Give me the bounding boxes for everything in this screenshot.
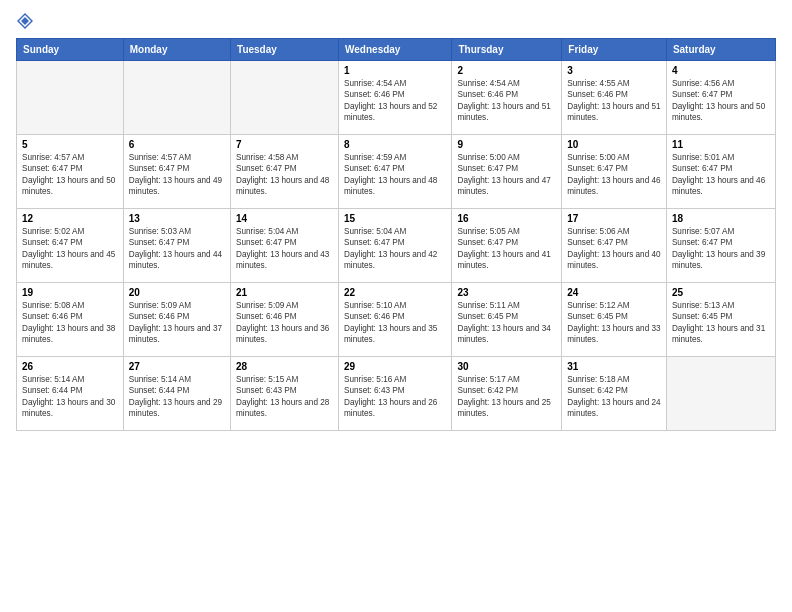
day-number: 9 <box>457 139 556 150</box>
week-row-2: 12Sunrise: 5:02 AMSunset: 6:47 PMDayligh… <box>17 209 776 283</box>
day-info: Sunrise: 5:04 AMSunset: 6:47 PMDaylight:… <box>236 226 333 272</box>
day-info: Sunrise: 5:09 AMSunset: 6:46 PMDaylight:… <box>129 300 225 346</box>
day-number: 18 <box>672 213 770 224</box>
cal-cell <box>666 357 775 431</box>
cal-cell: 1Sunrise: 4:54 AMSunset: 6:46 PMDaylight… <box>339 61 452 135</box>
day-info: Sunrise: 5:00 AMSunset: 6:47 PMDaylight:… <box>567 152 661 198</box>
cal-cell <box>17 61 124 135</box>
day-info: Sunrise: 5:09 AMSunset: 6:46 PMDaylight:… <box>236 300 333 346</box>
cal-cell: 21Sunrise: 5:09 AMSunset: 6:46 PMDayligh… <box>231 283 339 357</box>
cal-cell: 2Sunrise: 4:54 AMSunset: 6:46 PMDaylight… <box>452 61 562 135</box>
cal-cell <box>123 61 230 135</box>
cal-cell: 13Sunrise: 5:03 AMSunset: 6:47 PMDayligh… <box>123 209 230 283</box>
header-saturday: Saturday <box>666 39 775 61</box>
day-number: 7 <box>236 139 333 150</box>
cal-cell: 27Sunrise: 5:14 AMSunset: 6:44 PMDayligh… <box>123 357 230 431</box>
day-number: 20 <box>129 287 225 298</box>
day-number: 8 <box>344 139 446 150</box>
day-info: Sunrise: 5:11 AMSunset: 6:45 PMDaylight:… <box>457 300 556 346</box>
cal-cell: 16Sunrise: 5:05 AMSunset: 6:47 PMDayligh… <box>452 209 562 283</box>
cal-cell: 10Sunrise: 5:00 AMSunset: 6:47 PMDayligh… <box>562 135 667 209</box>
day-info: Sunrise: 5:10 AMSunset: 6:46 PMDaylight:… <box>344 300 446 346</box>
day-number: 27 <box>129 361 225 372</box>
day-info: Sunrise: 4:57 AMSunset: 6:47 PMDaylight:… <box>22 152 118 198</box>
cal-cell: 8Sunrise: 4:59 AMSunset: 6:47 PMDaylight… <box>339 135 452 209</box>
day-number: 11 <box>672 139 770 150</box>
day-info: Sunrise: 4:57 AMSunset: 6:47 PMDaylight:… <box>129 152 225 198</box>
day-number: 22 <box>344 287 446 298</box>
day-info: Sunrise: 5:02 AMSunset: 6:47 PMDaylight:… <box>22 226 118 272</box>
day-number: 30 <box>457 361 556 372</box>
header <box>16 12 776 30</box>
cal-cell: 23Sunrise: 5:11 AMSunset: 6:45 PMDayligh… <box>452 283 562 357</box>
header-monday: Monday <box>123 39 230 61</box>
day-number: 6 <box>129 139 225 150</box>
cal-cell: 11Sunrise: 5:01 AMSunset: 6:47 PMDayligh… <box>666 135 775 209</box>
cal-cell: 17Sunrise: 5:06 AMSunset: 6:47 PMDayligh… <box>562 209 667 283</box>
cal-cell: 4Sunrise: 4:56 AMSunset: 6:47 PMDaylight… <box>666 61 775 135</box>
day-info: Sunrise: 5:05 AMSunset: 6:47 PMDaylight:… <box>457 226 556 272</box>
day-info: Sunrise: 5:15 AMSunset: 6:43 PMDaylight:… <box>236 374 333 420</box>
day-info: Sunrise: 4:58 AMSunset: 6:47 PMDaylight:… <box>236 152 333 198</box>
cal-cell: 5Sunrise: 4:57 AMSunset: 6:47 PMDaylight… <box>17 135 124 209</box>
day-number: 15 <box>344 213 446 224</box>
day-info: Sunrise: 5:14 AMSunset: 6:44 PMDaylight:… <box>22 374 118 420</box>
day-number: 26 <box>22 361 118 372</box>
day-number: 1 <box>344 65 446 76</box>
cal-cell: 28Sunrise: 5:15 AMSunset: 6:43 PMDayligh… <box>231 357 339 431</box>
day-number: 3 <box>567 65 661 76</box>
logo-icon <box>16 12 34 30</box>
cal-cell: 29Sunrise: 5:16 AMSunset: 6:43 PMDayligh… <box>339 357 452 431</box>
day-number: 16 <box>457 213 556 224</box>
header-tuesday: Tuesday <box>231 39 339 61</box>
logo <box>16 12 38 30</box>
cal-cell: 24Sunrise: 5:12 AMSunset: 6:45 PMDayligh… <box>562 283 667 357</box>
cal-cell: 30Sunrise: 5:17 AMSunset: 6:42 PMDayligh… <box>452 357 562 431</box>
day-number: 13 <box>129 213 225 224</box>
header-sunday: Sunday <box>17 39 124 61</box>
cal-cell <box>231 61 339 135</box>
day-info: Sunrise: 5:16 AMSunset: 6:43 PMDaylight:… <box>344 374 446 420</box>
cal-cell: 19Sunrise: 5:08 AMSunset: 6:46 PMDayligh… <box>17 283 124 357</box>
cal-cell: 15Sunrise: 5:04 AMSunset: 6:47 PMDayligh… <box>339 209 452 283</box>
day-info: Sunrise: 4:59 AMSunset: 6:47 PMDaylight:… <box>344 152 446 198</box>
day-info: Sunrise: 5:03 AMSunset: 6:47 PMDaylight:… <box>129 226 225 272</box>
header-wednesday: Wednesday <box>339 39 452 61</box>
day-number: 2 <box>457 65 556 76</box>
day-number: 4 <box>672 65 770 76</box>
cal-cell: 20Sunrise: 5:09 AMSunset: 6:46 PMDayligh… <box>123 283 230 357</box>
day-info: Sunrise: 4:54 AMSunset: 6:46 PMDaylight:… <box>344 78 446 124</box>
cal-cell: 14Sunrise: 5:04 AMSunset: 6:47 PMDayligh… <box>231 209 339 283</box>
day-number: 23 <box>457 287 556 298</box>
day-info: Sunrise: 5:06 AMSunset: 6:47 PMDaylight:… <box>567 226 661 272</box>
day-number: 12 <box>22 213 118 224</box>
calendar-table: SundayMondayTuesdayWednesdayThursdayFrid… <box>16 38 776 431</box>
cal-cell: 9Sunrise: 5:00 AMSunset: 6:47 PMDaylight… <box>452 135 562 209</box>
day-info: Sunrise: 5:01 AMSunset: 6:47 PMDaylight:… <box>672 152 770 198</box>
cal-cell: 25Sunrise: 5:13 AMSunset: 6:45 PMDayligh… <box>666 283 775 357</box>
day-info: Sunrise: 5:00 AMSunset: 6:47 PMDaylight:… <box>457 152 556 198</box>
day-info: Sunrise: 5:14 AMSunset: 6:44 PMDaylight:… <box>129 374 225 420</box>
cal-cell: 3Sunrise: 4:55 AMSunset: 6:46 PMDaylight… <box>562 61 667 135</box>
day-number: 19 <box>22 287 118 298</box>
cal-cell: 18Sunrise: 5:07 AMSunset: 6:47 PMDayligh… <box>666 209 775 283</box>
cal-cell: 31Sunrise: 5:18 AMSunset: 6:42 PMDayligh… <box>562 357 667 431</box>
day-number: 21 <box>236 287 333 298</box>
day-number: 5 <box>22 139 118 150</box>
day-info: Sunrise: 5:08 AMSunset: 6:46 PMDaylight:… <box>22 300 118 346</box>
day-number: 25 <box>672 287 770 298</box>
week-row-3: 19Sunrise: 5:08 AMSunset: 6:46 PMDayligh… <box>17 283 776 357</box>
cal-cell: 7Sunrise: 4:58 AMSunset: 6:47 PMDaylight… <box>231 135 339 209</box>
day-info: Sunrise: 5:17 AMSunset: 6:42 PMDaylight:… <box>457 374 556 420</box>
week-row-0: 1Sunrise: 4:54 AMSunset: 6:46 PMDaylight… <box>17 61 776 135</box>
day-number: 14 <box>236 213 333 224</box>
day-number: 28 <box>236 361 333 372</box>
day-info: Sunrise: 5:13 AMSunset: 6:45 PMDaylight:… <box>672 300 770 346</box>
day-info: Sunrise: 4:55 AMSunset: 6:46 PMDaylight:… <box>567 78 661 124</box>
day-info: Sunrise: 4:56 AMSunset: 6:47 PMDaylight:… <box>672 78 770 124</box>
day-number: 31 <box>567 361 661 372</box>
cal-cell: 26Sunrise: 5:14 AMSunset: 6:44 PMDayligh… <box>17 357 124 431</box>
cal-cell: 12Sunrise: 5:02 AMSunset: 6:47 PMDayligh… <box>17 209 124 283</box>
day-info: Sunrise: 5:07 AMSunset: 6:47 PMDaylight:… <box>672 226 770 272</box>
week-row-4: 26Sunrise: 5:14 AMSunset: 6:44 PMDayligh… <box>17 357 776 431</box>
